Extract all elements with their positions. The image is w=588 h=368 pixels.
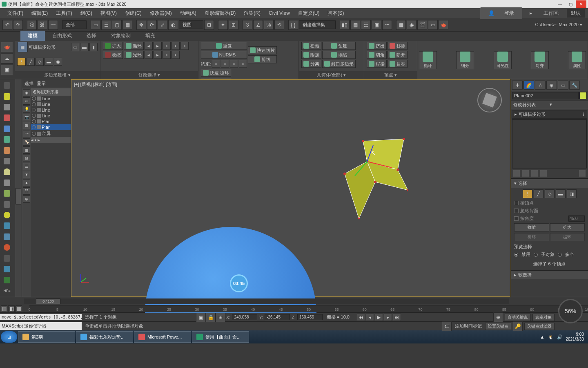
loop-button[interactable]: 循环 — [124, 42, 144, 50]
workspace-dropdown[interactable]: 默认 — [567, 9, 585, 18]
sel-border[interactable]: ◇ — [545, 189, 555, 198]
viewport-label[interactable]: [+] [透视] [标准] [边面] — [74, 81, 117, 88]
se-tool-9[interactable]: ⊡ — [23, 155, 30, 162]
align-button[interactable]: ▤ — [350, 20, 360, 30]
keymode-button[interactable]: ⊞ — [229, 20, 238, 30]
keyfilter-button[interactable]: 关键点过滤器 — [524, 323, 555, 330]
ref-coord-dropdown[interactable]: 视图 — [179, 20, 203, 29]
configure-icon[interactable] — [579, 170, 586, 177]
preview-off-icon[interactable]: ▭ — [71, 43, 79, 51]
login-button[interactable]: 👤 登录 — [480, 7, 522, 19]
ring-button[interactable]: 光环 — [124, 51, 144, 59]
render-frame-button[interactable]: ▭ — [428, 20, 438, 30]
track-icon-1[interactable]: ▤ — [1, 305, 7, 312]
strip-icon-14[interactable] — [1, 221, 13, 230]
loop-shift-a[interactable]: ◂ — [145, 42, 153, 50]
cap-button[interactable]: 封口多边形 — [322, 60, 356, 68]
add-time-tag[interactable]: 添加时间标记 — [452, 323, 485, 329]
move-button[interactable]: ✥ — [136, 20, 146, 30]
sel-shrink-button[interactable]: 收缩 — [514, 223, 549, 231]
se-tool-10[interactable]: ☰ — [23, 163, 30, 170]
subobj-vertex[interactable]: ⋮ — [17, 58, 26, 66]
ribbon-group-geom[interactable]: 几何体(全部) ▾ — [299, 71, 364, 79]
radio-disable[interactable] — [514, 253, 518, 257]
strip-icon-12[interactable] — [1, 200, 13, 209]
taskbar-item-2[interactable]: Microsoft Powe... — [134, 331, 191, 343]
time-knob[interactable]: 0 / 100 — [36, 298, 60, 304]
strip-icon-5[interactable] — [1, 124, 13, 133]
percent-snap-button[interactable]: % — [264, 20, 274, 30]
strip-icon-3[interactable] — [1, 103, 13, 112]
sel-edge[interactable]: ╱ — [534, 189, 543, 198]
preview-on-icon[interactable]: ▬ — [80, 43, 89, 51]
collapse-panel[interactable] — [15, 79, 22, 297]
time-ruler[interactable]: 0510152025303540455055606570758085909510… — [29, 305, 588, 312]
menu-customize[interactable]: 自定义(U) — [294, 8, 324, 18]
cmd-tab-display[interactable]: ▭ — [558, 81, 568, 90]
render-button[interactable]: 🫖 — [439, 20, 448, 30]
schematic-button[interactable]: ▦ — [396, 20, 406, 30]
manip-button[interactable]: ✦ — [218, 20, 228, 30]
bind-button[interactable]: 〰 — [48, 20, 58, 30]
nurms-button[interactable]: NURMS — [201, 51, 247, 59]
editset-button[interactable]: { } — [288, 20, 298, 30]
rotate-button[interactable]: ⟳ — [147, 20, 157, 30]
msel-c[interactable]: ▫ — [180, 42, 189, 50]
menu-civilview[interactable]: Civil View — [265, 9, 294, 18]
tray-icon-2[interactable]: 🐧 — [548, 334, 554, 340]
ribbon-group-polymodel[interactable]: 多边形建模 ▾ — [15, 71, 100, 79]
target-button[interactable]: 目标 — [388, 60, 408, 68]
quickslice-button[interactable]: 快速切片 — [248, 46, 277, 54]
radio-subobj[interactable] — [534, 253, 538, 257]
coord-x[interactable]: 243.058 — [232, 314, 257, 320]
cmd-tab-motion[interactable]: ◉ — [546, 81, 557, 90]
menu-scripting[interactable]: 脚本(S) — [323, 8, 348, 18]
view-cube[interactable] — [477, 88, 502, 112]
radio-multi[interactable] — [558, 253, 562, 257]
render-setup-button[interactable]: 🎬 — [417, 20, 427, 30]
constraint-edge[interactable]: ▫ — [221, 60, 229, 68]
cmd-tab-utilities[interactable]: 🔧 — [569, 81, 580, 90]
menu-tools[interactable]: 工具(T) — [52, 8, 76, 18]
menu-grapheditors[interactable]: 图形编辑器(D) — [200, 8, 240, 18]
strip-icon-18[interactable] — [1, 265, 13, 274]
coord-mode-icon[interactable]: ⊞ — [216, 312, 225, 322]
prev-frame-button[interactable]: ◂ — [366, 314, 374, 321]
ribbon-tab-freeform[interactable]: 自由形式 — [45, 31, 79, 41]
taskbar-item-0[interactable]: 第2期 — [18, 331, 75, 343]
lock-icon[interactable]: 🔒 — [206, 312, 216, 322]
se-item-1[interactable]: Line — [31, 101, 71, 107]
se-scrollbar[interactable]: ◂ ▪ ▸ — [31, 137, 71, 143]
time-slider[interactable]: 0 / 100 — [0, 297, 588, 305]
strip-icon-6[interactable] — [1, 135, 13, 144]
se-tool-13[interactable]: ☷ — [23, 187, 30, 195]
key-filters-icon[interactable]: 🔑 — [513, 321, 523, 331]
break-button[interactable]: 断开 — [388, 51, 408, 59]
tray-icon-3[interactable]: 🔊 — [557, 334, 563, 340]
pin-stack-icon[interactable] — [513, 170, 520, 177]
placement-button[interactable]: ◐ — [168, 20, 178, 30]
track-icon-3[interactable]: ▦ — [16, 305, 22, 312]
layer-button[interactable]: ☷ — [361, 20, 371, 30]
material-editor-button[interactable]: ◉ — [407, 20, 416, 30]
system-clock[interactable]: 9:00 2021/3/30 — [566, 332, 584, 342]
subdiv-panel[interactable]: 细分 — [456, 51, 474, 69]
sel-poly[interactable]: ▬ — [556, 189, 566, 198]
msel-b[interactable]: ▪ — [172, 42, 180, 50]
tray-icon-1[interactable]: ▲ — [540, 334, 545, 339]
se-item-6[interactable]: 金属 — [31, 130, 71, 137]
menu-rendering[interactable]: 渲染(R) — [240, 8, 265, 18]
ring-shift-b[interactable]: ▸ — [154, 51, 162, 59]
show-end-icon[interactable] — [522, 170, 529, 177]
viewport[interactable]: [+] [透视] [标准] [边面] ↖ 03:45 — [71, 79, 510, 297]
se-item-0[interactable]: Line — [31, 96, 71, 101]
undo-button[interactable]: ↶ — [2, 20, 12, 30]
se-tool-4[interactable]: 📷 — [23, 114, 30, 121]
visibility-icon[interactable] — [32, 96, 36, 101]
start-button[interactable]: ⊞ — [1, 331, 17, 343]
constraint-normal[interactable]: ▫ — [239, 60, 247, 68]
strip-icon-11[interactable] — [1, 189, 13, 198]
modifier-stack-item[interactable]: ▸可编辑多边形⁞ — [512, 110, 587, 119]
loops-panel[interactable]: 循环 — [419, 51, 437, 69]
cut-button[interactable]: 剪切 — [248, 55, 277, 63]
